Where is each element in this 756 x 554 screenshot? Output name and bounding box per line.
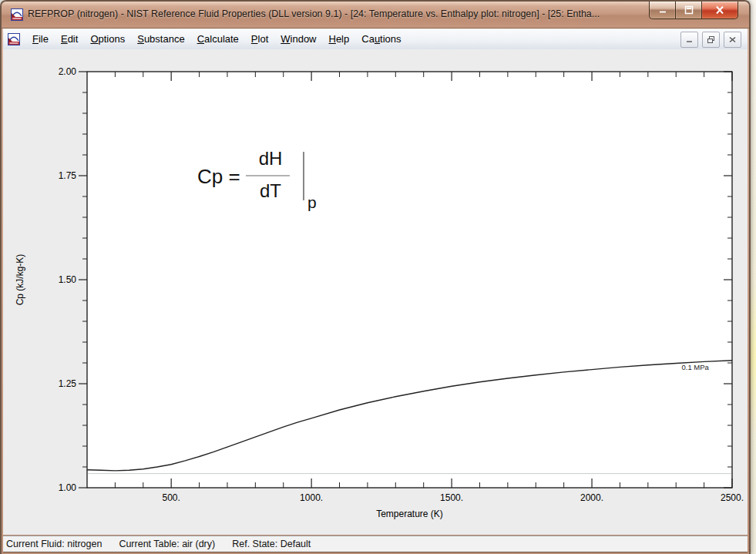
desktop: REFPROP (nitrogen) - NIST Reference Flui… — [0, 0, 756, 554]
minimize-icon — [657, 5, 668, 15]
mdi-restore-button[interactable] — [702, 32, 720, 48]
plot-window-client: 500.1000.1500.2000.2500.1.001.251.501.75… — [3, 49, 748, 535]
menubar: FileEditOptionsSubstanceCalculatePlotWin… — [3, 29, 748, 50]
svg-text:Cp =: Cp = — [197, 165, 240, 188]
menu-item-window[interactable]: Window — [274, 31, 322, 48]
svg-text:dT: dT — [260, 180, 281, 201]
y-tick-label: 1.50 — [59, 274, 77, 285]
menu-item-cautions[interactable]: Cautions — [355, 31, 407, 48]
menu-item-options[interactable]: Options — [84, 31, 131, 48]
y-axis-label: Cp (kJ/kg-K) — [15, 254, 25, 306]
mdi-child-icon[interactable] — [8, 33, 20, 45]
x-tick-label: 1000. — [300, 492, 323, 503]
svg-text:dH: dH — [259, 148, 283, 169]
status-ref-state: Ref. State: Default — [232, 539, 311, 549]
mdi-restore-icon — [707, 35, 715, 44]
y-tick-label: 2.00 — [59, 66, 77, 77]
mdi-window-buttons — [680, 32, 741, 48]
refprop-window: REFPROP (nitrogen) - NIST Reference Flui… — [0, 0, 751, 554]
close-icon — [714, 5, 725, 15]
series-label: 0.1 MPa — [681, 363, 709, 371]
y-tick-label: 1.00 — [59, 482, 77, 493]
window-title: REFPROP (nitrogen) - NIST Reference Flui… — [28, 2, 600, 28]
mdi-close-button[interactable] — [724, 32, 741, 48]
status-current-table: Current Table: air (dry) — [119, 539, 215, 549]
menu-item-file[interactable]: File — [26, 31, 55, 48]
menu-item-calculate[interactable]: Calculate — [191, 31, 245, 48]
maximize-button[interactable] — [675, 2, 702, 19]
mdi-minimize-button[interactable] — [680, 32, 698, 48]
minimize-button[interactable] — [649, 2, 675, 19]
close-button[interactable] — [702, 2, 738, 19]
statusbar: Current Fluid: nitrogen Current Table: a… — [3, 536, 748, 552]
y-tick-label: 1.75 — [59, 170, 77, 181]
menu-item-edit[interactable]: Edit — [55, 31, 84, 48]
y-tick-label: 1.25 — [59, 378, 77, 389]
x-tick-label: 1500. — [440, 492, 463, 503]
svg-text:p: p — [307, 193, 317, 211]
menu-item-substance[interactable]: Substance — [131, 31, 190, 48]
mdi-minimize-icon — [685, 35, 694, 44]
x-axis-label: Temperature (K) — [376, 509, 443, 519]
mdi-close-icon — [728, 35, 737, 44]
refprop-app-icon — [11, 8, 23, 21]
status-current-fluid: Current Fluid: nitrogen — [6, 539, 102, 549]
menu-item-help[interactable]: Help — [323, 31, 356, 48]
caption-buttons — [649, 2, 738, 19]
x-tick-label: 2000. — [580, 492, 603, 503]
maximize-icon — [684, 5, 694, 15]
titlebar[interactable]: REFPROP (nitrogen) - NIST Reference Flui… — [2, 2, 749, 29]
plot-frame — [87, 72, 732, 488]
cp-temperature-plot[interactable]: 500.1000.1500.2000.2500.1.001.251.501.75… — [3, 49, 748, 535]
menu-item-plot[interactable]: Plot — [245, 31, 274, 48]
x-tick-label: 2500. — [721, 492, 744, 503]
x-tick-label: 500. — [162, 492, 180, 503]
menu-items: FileEditOptionsSubstanceCalculatePlotWin… — [26, 31, 408, 48]
